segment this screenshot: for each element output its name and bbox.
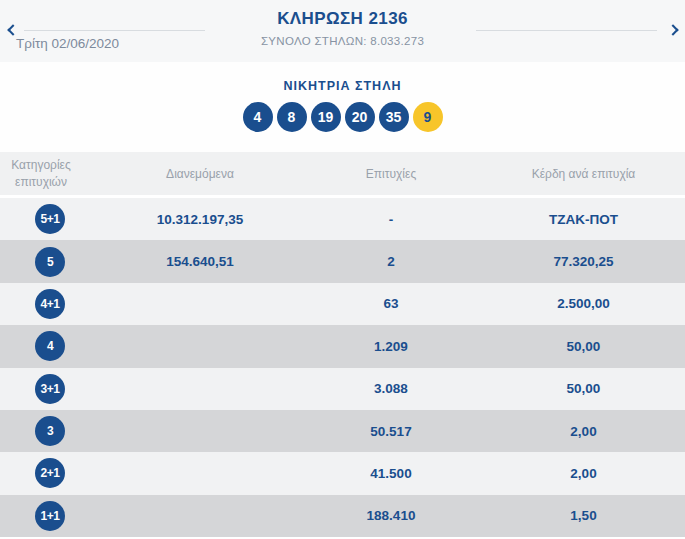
winning-number-ball: 4 — [243, 102, 273, 132]
prize-value: 50,00 — [482, 339, 685, 354]
table-row: 3 50.517 2,00 — [0, 410, 685, 452]
category-badge: 5 — [35, 247, 65, 277]
joker-draw-results-panel: ΚΛΗΡΩΣΗ 2136 ΣΥΝΟΛΟ ΣΤΗΛΩΝ: 8.033.273 Τρ… — [0, 0, 685, 539]
table-row: 3+1 3.088 50,00 — [0, 368, 685, 410]
draw-date: Τρίτη 02/06/2020 — [16, 36, 119, 51]
joker-number-ball: 9 — [413, 102, 443, 132]
winners-value: 63 — [300, 296, 482, 311]
column-header-distributed: Διανεμόμενα — [100, 167, 300, 181]
winning-number-ball: 35 — [379, 102, 409, 132]
table-row: 1+1 188.410 1,50 — [0, 495, 685, 537]
category-badge: 4+1 — [35, 289, 65, 319]
winners-value: 1.209 — [300, 339, 482, 354]
prize-value: 50,00 — [482, 381, 685, 396]
winning-column-section: ΝΙΚΗΤΡΙΑ ΣΤΗΛΗ 4 8 19 20 35 9 — [0, 62, 685, 152]
prize-value: 2,00 — [482, 466, 685, 481]
category-badge: 4 — [35, 331, 65, 361]
winning-column-label: ΝΙΚΗΤΡΙΑ ΣΤΗΛΗ — [0, 62, 685, 93]
table-row: 4 1.209 50,00 — [0, 325, 685, 367]
distributed-value: 154.640,51 — [100, 254, 300, 269]
next-draw-button[interactable] — [665, 21, 683, 39]
column-header-winners: Επιτυχίες — [300, 167, 482, 181]
winning-numbers: 4 8 19 20 35 9 — [0, 102, 685, 132]
category-badge: 3 — [35, 416, 65, 446]
winners-value: 188.410 — [300, 508, 482, 523]
table-row: 4+1 63 2.500,00 — [0, 283, 685, 325]
draw-title: ΚΛΗΡΩΣΗ 2136 — [0, 9, 685, 29]
table-row: 5+1 10.312.197,35 - ΤΖΑΚ-ΠΟΤ — [0, 198, 685, 240]
results-table-body: 5+1 10.312.197,35 - ΤΖΑΚ-ΠΟΤ 5 154.640,5… — [0, 198, 685, 537]
winning-number-ball: 19 — [311, 102, 341, 132]
category-badge: 5+1 — [35, 204, 65, 234]
column-header-categories: Κατηγορίες επιτυχιών — [0, 157, 100, 189]
prize-value: 2.500,00 — [482, 296, 685, 311]
winners-value: - — [300, 212, 482, 227]
distributed-value: 10.312.197,35 — [100, 212, 300, 227]
winning-number-ball: 20 — [345, 102, 375, 132]
winners-value: 3.088 — [300, 381, 482, 396]
divider-line-left — [24, 30, 205, 31]
divider-line-right — [476, 30, 657, 31]
column-header-prize: Κέρδη ανά επιτυχία — [482, 167, 685, 181]
category-badge: 1+1 — [35, 501, 65, 531]
winners-value: 41.500 — [300, 466, 482, 481]
prize-value: 77.320,25 — [482, 254, 685, 269]
table-row: 5 154.640,51 2 77.320,25 — [0, 240, 685, 282]
results-table-header: Κατηγορίες επιτυχιών Διανεμόμενα Επιτυχί… — [0, 152, 685, 195]
prize-value: 2,00 — [482, 424, 685, 439]
winners-value: 2 — [300, 254, 482, 269]
winners-value: 50.517 — [300, 424, 482, 439]
category-badge: 3+1 — [35, 374, 65, 404]
prize-value: 1,50 — [482, 508, 685, 523]
table-row: 2+1 41.500 2,00 — [0, 452, 685, 494]
category-badge: 2+1 — [35, 458, 65, 488]
chevron-right-icon — [667, 24, 678, 35]
prize-value: ΤΖΑΚ-ΠΟΤ — [482, 212, 685, 227]
winning-number-ball: 8 — [277, 102, 307, 132]
draw-navigation-bar: ΚΛΗΡΩΣΗ 2136 ΣΥΝΟΛΟ ΣΤΗΛΩΝ: 8.033.273 Τρ… — [0, 0, 685, 62]
